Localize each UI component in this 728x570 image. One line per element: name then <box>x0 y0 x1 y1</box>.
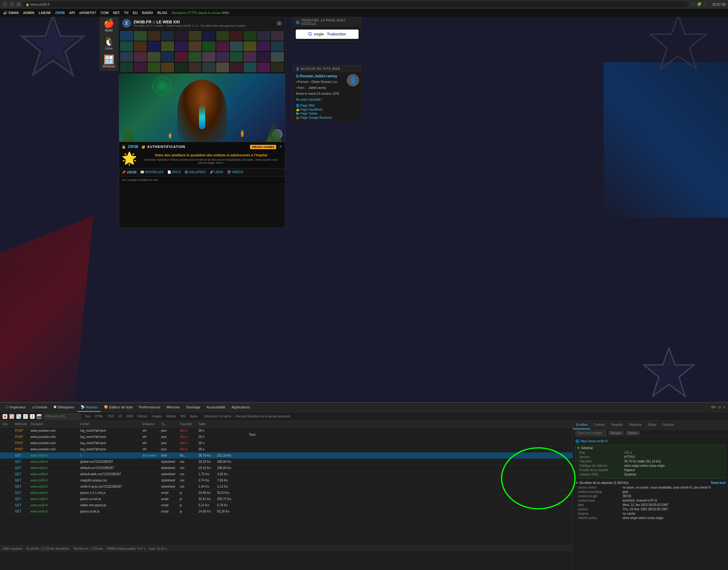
filter-images[interactable]: Images <box>150 414 164 418</box>
thumb-r2-11[interactable] <box>257 41 270 51</box>
thumb-11[interactable] <box>257 31 270 41</box>
table-row[interactable]: GET www.zw3b.fr global.css?2102286287 st… <box>0 459 572 465</box>
filter-xhr[interactable]: XHR <box>124 414 135 418</box>
url-filter-input[interactable] <box>43 413 81 419</box>
table-row[interactable]: GET www.zw3b.fr jquery-ui.min.js script … <box>0 496 572 502</box>
thumb-5[interactable] <box>175 31 188 41</box>
thumb-r3-6[interactable] <box>188 52 201 62</box>
thumb-r4-9[interactable] <box>230 62 243 72</box>
tout-label[interactable]: Tout <box>249 433 255 437</box>
devtools-tab-style[interactable]: 🎨 Éditeur de style <box>101 403 136 412</box>
detail-tab-response[interactable]: Réponse <box>626 421 645 429</box>
nav-zw3b[interactable]: ZW3B <box>55 11 65 15</box>
detail-tab-request[interactable]: Requête <box>608 421 626 429</box>
table-row[interactable]: POST www.youtube.com log_event?alt=json … <box>0 428 572 434</box>
detail-tab-security[interactable]: Sécurité <box>660 421 677 429</box>
thumb-r4-4[interactable] <box>161 62 174 72</box>
devtools-tab-storage[interactable]: Stockage <box>183 403 203 412</box>
disable-cache-option[interactable]: Désactiver le cache <box>204 414 231 418</box>
devtools-tab-console[interactable]: ≥ Console <box>29 403 50 412</box>
thumb-r3-12[interactable] <box>271 52 284 62</box>
sidebar-apple[interactable]: 🍎 Apple <box>100 17 118 35</box>
nav-swan[interactable]: 🔊 SWAN <box>3 11 19 15</box>
thumb-r2-8[interactable] <box>216 41 229 51</box>
filter-autre[interactable]: Autre <box>188 414 199 418</box>
bottom-nav-nouvelles[interactable]: 📰 NOUVELLES <box>140 170 164 174</box>
devtools-settings-icon[interactable]: ⚙ <box>718 405 721 409</box>
table-row[interactable]: GET www.zw3b.fr slides.min.jquery.js scr… <box>0 502 572 509</box>
general-info-header[interactable]: ▼ Général <box>577 446 724 450</box>
back-button[interactable]: ‹ <box>2 2 7 7</box>
table-row[interactable]: GET www.zw3b.fr default.css?2102286287 s… <box>0 465 572 471</box>
thumb-r2-1[interactable] <box>120 41 133 51</box>
thumb-r2-4[interactable] <box>161 41 174 51</box>
sidebar-linux[interactable]: 🐧 Linux <box>100 35 118 53</box>
thumb-4[interactable] <box>161 31 174 41</box>
sidebar-windows[interactable]: 🪟 Windows <box>100 53 118 71</box>
devtools-tab-applications[interactable]: Applications <box>228 403 253 412</box>
thumb-r3-9[interactable] <box>230 52 243 62</box>
devtools-tab-perf[interactable]: Performances <box>136 403 163 412</box>
table-row[interactable]: GET www.zw3b.fr jquery.cycle.js script j… <box>0 509 572 515</box>
devtools-close-icon[interactable]: ✕ <box>723 405 726 409</box>
thumb-r4-8[interactable] <box>216 62 229 72</box>
bandwidth-option[interactable]: Aucune limitation de la bande passante <box>236 414 290 418</box>
thumb-r4-12[interactable] <box>271 62 284 72</box>
thumb-r4-5[interactable] <box>175 62 188 72</box>
devtools-tab-accessibility[interactable]: Accessibilité <box>203 403 228 412</box>
thumb-8[interactable] <box>216 31 229 41</box>
author-link-business[interactable]: 💼 Page Google Business <box>296 116 359 119</box>
thumb-r4-10[interactable] <box>243 62 256 72</box>
url-bar[interactable]: 🔒 www.zw3b.fr <box>23 1 689 7</box>
thumb-r3-7[interactable] <box>202 52 215 62</box>
reload-button[interactable]: ↻ <box>16 2 21 7</box>
thumb-r3-8[interactable] <box>216 52 229 62</box>
thumb-r2-3[interactable] <box>147 41 161 51</box>
thumb-7[interactable] <box>202 31 215 41</box>
filter-button[interactable]: 🔍 <box>16 414 21 419</box>
detail-filter-input[interactable] <box>575 431 606 436</box>
table-row[interactable]: POST www.youtube.com log_event?alt=json … <box>0 434 572 440</box>
author-link-twitter[interactable]: 🐦 Page Twitter <box>296 112 359 115</box>
devtools-tab-network[interactable]: 📡 Réseau <box>77 403 101 412</box>
thumb-r4-7[interactable] <box>202 62 215 72</box>
thumb-r2-5[interactable] <box>175 41 188 51</box>
thumb-r2-7[interactable] <box>202 41 215 51</box>
thumb-6[interactable] <box>188 31 201 41</box>
thumb-1[interactable] <box>120 31 133 41</box>
thumb-r3-11[interactable] <box>257 52 270 62</box>
thumb-3[interactable] <box>147 31 161 41</box>
bottom-nav-videos[interactable]: 🎬 VIDÉOS <box>227 170 243 174</box>
thumb-10[interactable] <box>243 31 256 41</box>
thumb-r3-10[interactable] <box>243 52 256 62</box>
extensions-icon[interactable]: 🧩 <box>697 2 702 7</box>
table-row[interactable]: POST www.youtube.com log_event?alt=json … <box>0 446 572 453</box>
bottom-nav-liens[interactable]: 🔗 LIENS <box>210 170 223 174</box>
devtools-tab-debugger[interactable]: ⬢ Débogueur <box>50 403 77 412</box>
screenshots-button[interactable]: 📷 <box>37 414 42 419</box>
detail-tab-cookies[interactable]: Cookies <box>590 421 608 429</box>
thumb-9[interactable] <box>230 31 243 41</box>
record-button[interactable]: ⏺ <box>2 414 7 419</box>
table-row[interactable]: GET www.zw3b.fr zw3b-fr-tg-js.css?210228… <box>0 484 572 490</box>
nav-lab3w[interactable]: LAB3W <box>38 11 51 15</box>
raw-toggle[interactable]: Texte brut <box>711 481 726 485</box>
bookmark-icon[interactable]: ☆ <box>690 2 695 7</box>
forward-button[interactable]: › <box>9 2 14 7</box>
filter-css[interactable]: CSS <box>106 414 116 418</box>
thumb-r3-5[interactable] <box>175 52 188 62</box>
export-button[interactable]: ⬇ <box>30 414 35 419</box>
response-headers-header[interactable]: ▼ En-têtes de la réponse (1 024 Ko) Text… <box>575 481 726 485</box>
nav-tv[interactable]: TV <box>124 11 129 15</box>
thumb-r4-3[interactable] <box>147 62 161 72</box>
devtools-tab-inspector[interactable]: ⬡ Inspecteur <box>2 403 29 412</box>
bottom-nav-zw3b[interactable]: 📌 ZW3B <box>122 170 137 174</box>
table-row[interactable]: GET www.zw3b.fr default-dark.css?2102286… <box>0 471 572 477</box>
detail-tab-headers[interactable]: En-têtes <box>573 421 590 429</box>
bottom-nav-docs[interactable]: 📄 DOCS <box>167 170 181 174</box>
nav-radio[interactable]: RADIO <box>142 11 153 15</box>
author-link-web[interactable]: 🌐 Page Web <box>296 104 359 107</box>
thumb-r2-2[interactable] <box>134 41 147 51</box>
thumb-2[interactable] <box>134 31 147 41</box>
filter-tout[interactable]: Tout <box>83 414 93 418</box>
